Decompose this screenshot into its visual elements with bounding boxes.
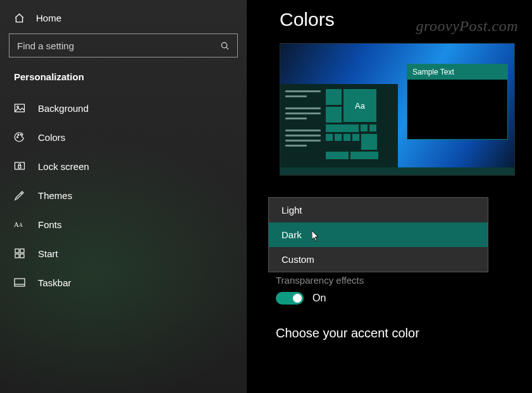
color-mode-option-dark[interactable]: Dark <box>269 222 488 247</box>
transparency-toggle[interactable] <box>276 292 304 305</box>
home-nav[interactable]: Home <box>0 9 247 33</box>
sidebar-item-lock-screen[interactable]: Lock screen <box>0 152 247 181</box>
color-preview-panel: Aa Sample Text <box>280 43 515 176</box>
sidebar-item-label: Themes <box>38 190 72 201</box>
sidebar-item-label: Fonts <box>38 219 62 230</box>
toggle-knob <box>293 294 302 303</box>
start-icon <box>14 248 25 259</box>
fonts-icon: A A <box>14 219 25 230</box>
sidebar-item-themes[interactable]: Themes <box>0 181 247 210</box>
sidebar-item-fonts[interactable]: A A Fonts <box>0 210 247 239</box>
transparency-label: Transparency effects <box>276 275 532 286</box>
search-input[interactable]: Find a setting <box>9 33 238 57</box>
lock-screen-icon <box>14 160 25 172</box>
accent-color-heading: Choose your accent color <box>276 326 532 341</box>
color-mode-option-light[interactable]: Light <box>269 198 488 222</box>
svg-point-0 <box>221 42 226 47</box>
home-icon <box>14 13 25 23</box>
svg-point-4 <box>18 135 19 136</box>
palette-icon <box>14 131 25 143</box>
svg-rect-14 <box>15 279 25 286</box>
svg-text:A: A <box>19 223 23 229</box>
picture-icon <box>14 102 25 114</box>
svg-rect-1 <box>15 104 25 112</box>
search-icon <box>220 41 230 51</box>
preview-taskbar <box>280 167 514 175</box>
sidebar-item-background[interactable]: Background <box>0 94 247 123</box>
preview-tile-aa: Aa <box>343 89 376 122</box>
sidebar-item-label: Taskbar <box>38 277 71 288</box>
sidebar-item-taskbar[interactable]: Taskbar <box>0 268 247 297</box>
sidebar-item-label: Start <box>38 248 58 259</box>
svg-rect-12 <box>15 254 19 258</box>
preview-window-title: Sample Text <box>407 64 507 80</box>
main-content: groovyPost.com Colors Aa <box>247 0 532 393</box>
sidebar-item-start[interactable]: Start <box>0 239 247 268</box>
svg-point-3 <box>17 136 18 138</box>
sidebar-item-label: Lock screen <box>38 161 89 172</box>
sidebar-item-label: Colors <box>38 132 65 143</box>
home-label: Home <box>36 13 61 23</box>
svg-point-5 <box>20 134 22 135</box>
themes-icon <box>14 190 25 201</box>
svg-rect-10 <box>15 249 19 253</box>
svg-rect-11 <box>20 249 24 253</box>
svg-text:A: A <box>14 221 19 229</box>
svg-rect-13 <box>20 254 24 258</box>
watermark: groovyPost.com <box>416 18 518 35</box>
sidebar-item-colors[interactable]: Colors <box>0 123 247 152</box>
sidebar-item-label: Background <box>38 103 89 114</box>
section-title: Personalization <box>0 71 247 94</box>
svg-rect-7 <box>18 166 21 168</box>
svg-point-2 <box>17 106 19 108</box>
toggle-state: On <box>312 293 326 304</box>
search-placeholder: Find a setting <box>17 40 74 51</box>
color-mode-dropdown[interactable]: Light Dark Custom <box>268 197 488 272</box>
settings-sidebar: Home Find a setting Personalization Back… <box>0 0 247 393</box>
taskbar-icon <box>14 277 25 288</box>
color-mode-option-custom[interactable]: Custom <box>269 247 488 272</box>
preview-start-menu: Aa <box>280 84 398 167</box>
preview-window: Sample Text <box>407 64 508 140</box>
